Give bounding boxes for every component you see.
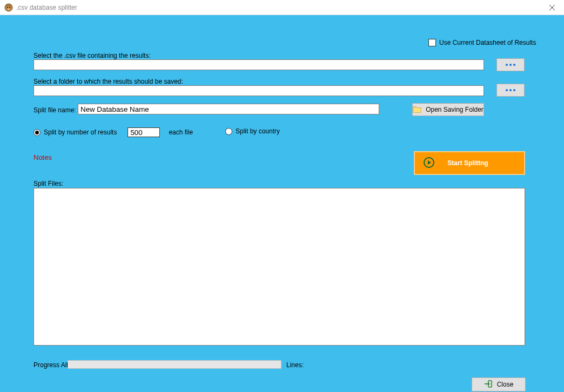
progress-bar [68,360,281,369]
exit-icon [484,380,493,390]
split-file-name-input[interactable] [78,104,379,114]
split-by-country-radio[interactable] [225,128,232,135]
ellipsis-dot-icon [513,89,515,91]
use-current-datasheet-label: Use Current Datasheet of Results [439,39,536,46]
svg-point-3 [7,7,8,8]
lines-label: Lines: [286,361,304,369]
svg-point-5 [8,8,10,10]
svg-point-2 [9,4,11,6]
use-current-datasheet-checkbox[interactable] [428,39,436,46]
progress-label: Progress All: [33,361,70,369]
split-by-results-label: Split by number of results [44,129,117,136]
split-by-country-row: Split by country [225,127,280,135]
split-by-results-row: Split by number of results each file [33,127,193,137]
save-folder-label: Select a folder to which the results sho… [33,78,183,85]
csv-file-input[interactable] [33,59,484,70]
start-splitting-label: Start Splittng [447,159,488,167]
window-close-button[interactable] [540,0,564,15]
browse-folder-button[interactable] [496,84,525,97]
start-splitting-button[interactable]: Start Splittng [414,151,525,175]
window-title: .csv database splitter [16,4,77,11]
results-count-input[interactable] [127,127,160,137]
client-area: Use Current Datasheet of Results Select … [0,15,564,392]
split-file-name-label: Split file name: [33,106,76,114]
ellipsis-dot-icon [506,64,508,66]
folder-icon [413,105,421,114]
use-current-datasheet-row: Use Current Datasheet of Results [428,39,536,46]
open-saving-folder-label: Open Saving Folder [426,106,484,113]
svg-marker-12 [488,382,490,386]
split-files-textarea[interactable] [33,188,525,346]
close-button[interactable]: Close [472,377,526,391]
browse-csv-button[interactable] [496,58,525,71]
play-icon [424,157,434,170]
csv-file-label: Select the .csv file containing the resu… [33,52,151,59]
svg-point-1 [6,4,8,6]
ellipsis-dot-icon [509,64,512,66]
ellipsis-dot-icon [513,64,515,66]
each-file-label: each file [169,129,193,136]
titlebar: .csv database splitter [0,0,564,15]
ellipsis-dot-icon [506,89,508,91]
save-folder-input[interactable] [33,85,484,96]
close-button-label: Close [497,381,514,388]
notes-label: Notes [33,153,52,161]
ellipsis-dot-icon [509,89,512,91]
split-by-results-radio[interactable] [33,129,41,136]
svg-point-4 [9,7,10,8]
app-icon [4,3,13,12]
open-saving-folder-button[interactable]: Open Saving Folder [412,103,484,116]
split-by-country-label: Split by country [236,127,280,135]
svg-marker-9 [428,160,431,165]
split-files-label: Split Files: [33,180,63,187]
